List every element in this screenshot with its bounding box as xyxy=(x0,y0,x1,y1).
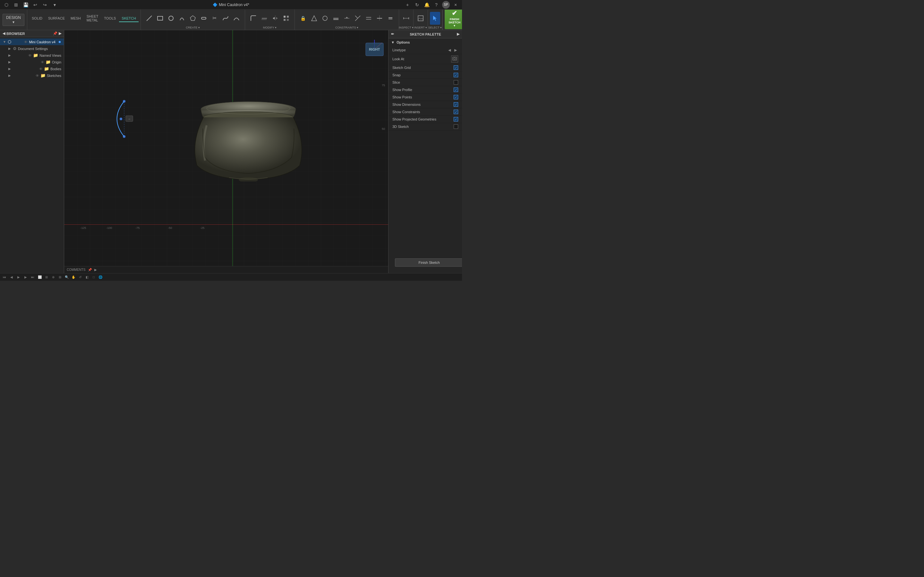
tree-item-doc-settings[interactable]: ▶ ⚙ Document Settings xyxy=(0,45,64,52)
browser-expand-icon[interactable]: ▶ xyxy=(59,31,61,35)
tree-item-bodies[interactable]: ▶ 👁 📁 Bodies xyxy=(0,65,64,72)
insert-image-tool[interactable] xyxy=(415,12,426,25)
tree-eye-bodies[interactable]: 👁 xyxy=(39,67,43,71)
measure-tool[interactable] xyxy=(401,12,411,25)
linetype-next-icon[interactable]: ▶ xyxy=(453,47,458,53)
constraints-disp-btn[interactable]: ⊞ xyxy=(57,274,63,280)
tree-toggle-bodies[interactable]: ▶ xyxy=(8,67,11,71)
help-btn[interactable]: ? xyxy=(433,1,440,9)
parallel-constraint[interactable] xyxy=(363,12,374,25)
show-dimensions-checkbox[interactable]: ✓ xyxy=(454,102,458,107)
line-tool[interactable] xyxy=(144,12,154,25)
linetype-prev-icon[interactable]: ◀ xyxy=(447,47,452,53)
select-tool[interactable] xyxy=(430,12,440,25)
modify-label[interactable]: MODIFY ▾ xyxy=(263,26,276,29)
grid-menu-icon[interactable]: ⊞ xyxy=(12,1,20,9)
tree-item-sketches[interactable]: ▶ 👁 📁 Sketches xyxy=(0,72,64,79)
snap-btn[interactable]: ⊕ xyxy=(50,274,57,280)
show-profile-checkbox[interactable]: ✓ xyxy=(454,87,458,92)
tree-item-origin[interactable]: ▶ 👁 📁 Origin xyxy=(0,59,64,65)
tree-item-named-views[interactable]: ▶ 👁 📁 Named Views xyxy=(0,52,64,59)
palette-expand-icon[interactable]: ▶ xyxy=(457,32,459,36)
tab-mesh[interactable]: MESH xyxy=(68,15,83,22)
undo-icon[interactable]: ↩ xyxy=(31,1,39,9)
comments-expand-icon[interactable]: ▶ xyxy=(94,268,97,271)
trim-tool[interactable]: ✂ xyxy=(210,12,220,25)
nav-last-btn[interactable]: ⏭ xyxy=(29,274,36,280)
add-tab-btn[interactable]: + xyxy=(404,1,411,9)
offset-tool[interactable] xyxy=(259,12,270,25)
3d-sketch-checkbox[interactable] xyxy=(454,124,458,129)
display-mode-btn[interactable]: ⬜ xyxy=(37,274,43,280)
tangent-constraint[interactable] xyxy=(342,12,352,25)
tab-tools[interactable]: TOOLS xyxy=(102,15,118,22)
finish-sketch-palette-btn[interactable]: Finish Sketch xyxy=(395,258,462,267)
notify-btn[interactable]: 🔔 xyxy=(423,1,431,9)
orbit-btn[interactable]: ↺ xyxy=(77,274,83,280)
insert-label[interactable]: INSERT ▾ xyxy=(414,26,427,29)
tree-item-root[interactable]: ▼ ⬡ 👁 Mini Cauldron v4 ⏺ xyxy=(0,39,64,45)
view-btn[interactable]: ◧ xyxy=(84,274,90,280)
design-btn[interactable]: DESIGN ▾ xyxy=(3,14,24,26)
nav-prev-btn[interactable]: ◀ xyxy=(8,274,15,280)
equal-constraint[interactable] xyxy=(385,12,396,25)
inspect-label[interactable]: INSPECT ▾ xyxy=(399,26,414,29)
conic-tool[interactable] xyxy=(231,12,242,25)
profile-btn[interactable]: SP xyxy=(442,1,450,9)
tab-sheet-metal[interactable]: SHEET METAL xyxy=(84,13,101,24)
fix-constraint[interactable]: 🔒 xyxy=(298,12,309,25)
tree-toggle-sketches[interactable]: ▶ xyxy=(8,74,11,77)
rectangle-tool[interactable] xyxy=(155,12,165,25)
show-points-checkbox[interactable]: ✓ xyxy=(454,95,458,99)
grid-btn[interactable]: ⊞ xyxy=(43,274,50,280)
polygon-tool[interactable] xyxy=(188,12,198,25)
environment-btn[interactable]: 🌐 xyxy=(97,274,103,280)
tree-toggle-root[interactable]: ▼ xyxy=(3,40,6,44)
select-label[interactable]: SELECT ▾ xyxy=(428,26,442,29)
slot-tool[interactable] xyxy=(199,12,209,25)
constraints-label[interactable]: CONSTRAINTS ▾ xyxy=(335,26,359,29)
viewport[interactable]: 75 50 -125 -100 -75 -50 -25 ↔ xyxy=(64,30,388,273)
tab-surface[interactable]: SURFACE xyxy=(45,15,67,22)
midpoint-constraint[interactable] xyxy=(320,12,330,25)
tree-eye-sketches[interactable]: 👁 xyxy=(36,74,39,77)
slice-checkbox[interactable] xyxy=(454,80,458,85)
zoom-btn[interactable]: 🔍 xyxy=(63,274,70,280)
tree-toggle-named-views[interactable]: ▶ xyxy=(8,53,11,57)
horizontal-constraint[interactable] xyxy=(375,12,384,25)
save-icon[interactable]: 💾 xyxy=(22,1,29,9)
close-btn[interactable]: × xyxy=(452,1,459,9)
create-label[interactable]: CREATE ▾ xyxy=(186,26,200,29)
coincident-constraint[interactable] xyxy=(309,12,319,25)
tab-sketch[interactable]: SKETCH xyxy=(119,15,139,22)
pan-btn[interactable]: ✋ xyxy=(70,274,77,280)
browser-pin-icon[interactable]: 📌 xyxy=(53,31,57,35)
show-projected-checkbox[interactable]: ✓ xyxy=(454,117,458,121)
visual-style-btn[interactable]: □ xyxy=(90,274,97,280)
collinear-constraint[interactable] xyxy=(331,12,341,25)
update-btn[interactable]: ↻ xyxy=(413,1,421,9)
fillet-tool[interactable] xyxy=(248,12,258,25)
perpendicular-constraint[interactable] xyxy=(352,12,363,25)
arc-tool[interactable] xyxy=(177,12,187,25)
viewport-cube[interactable]: RIGHT xyxy=(364,37,385,61)
mirror-tool[interactable] xyxy=(270,12,280,25)
spline-tool[interactable] xyxy=(220,12,231,25)
tree-toggle-origin[interactable]: ▶ xyxy=(8,60,11,64)
redo-icon[interactable]: ↪ xyxy=(41,1,49,9)
look-at-btn[interactable] xyxy=(451,55,458,63)
tree-eye-root[interactable]: 👁 xyxy=(24,40,27,44)
nav-play-btn[interactable]: ▶ xyxy=(15,274,22,280)
browser-back-icon[interactable]: ◀ xyxy=(3,31,5,35)
pattern-tool[interactable] xyxy=(281,12,291,25)
snap-checkbox[interactable]: ✓ xyxy=(454,73,458,77)
nav-first-btn[interactable]: ⏮ xyxy=(1,274,8,280)
tree-toggle-doc-settings[interactable]: ▶ xyxy=(8,47,11,51)
tree-eye-named-views[interactable]: 👁 xyxy=(28,53,32,57)
show-constraints-checkbox[interactable]: ✓ xyxy=(454,110,458,114)
sketch-grid-checkbox[interactable]: ✓ xyxy=(454,65,458,70)
tab-solid[interactable]: SOLID xyxy=(29,15,45,22)
tree-eye-origin[interactable]: 👁 xyxy=(41,60,44,64)
finish-sketch-btn[interactable]: ✔ FINISH SKETCH ▾ xyxy=(445,10,462,29)
circle-tool[interactable] xyxy=(166,12,176,25)
